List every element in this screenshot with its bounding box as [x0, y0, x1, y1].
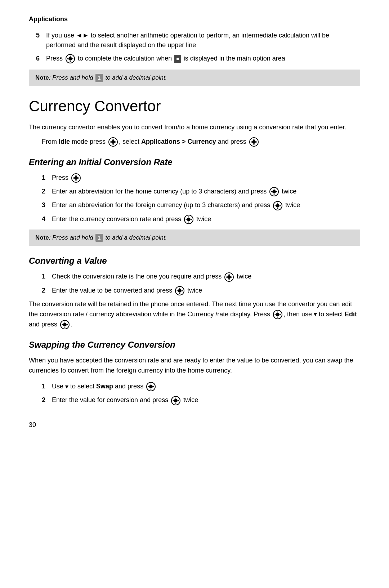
svg-point-9 — [115, 141, 116, 142]
svg-point-68 — [148, 386, 149, 387]
svg-point-56 — [274, 314, 276, 315]
intro-item-5-num: 5 — [36, 31, 46, 40]
nav-arrows-icon: ◄► — [76, 32, 89, 39]
section3-item-2: 2 Enter the value for conversion and pre… — [42, 395, 360, 405]
section1-item-2-num: 2 — [42, 187, 52, 196]
page-number: 30 — [29, 420, 360, 430]
section2-item-1-num: 1 — [42, 272, 52, 281]
svg-point-64 — [64, 322, 66, 323]
note-box-2: Note: Press and hold 1 to add a decimal … — [29, 230, 360, 246]
svg-point-3 — [72, 58, 73, 59]
svg-point-14 — [251, 141, 252, 142]
section3-item-1: 1 Use ▾ to select Swap and press — [42, 382, 360, 392]
svg-point-22 — [76, 175, 77, 176]
intro-item-5: 5 If you use ◄► to select another arithm… — [29, 31, 360, 50]
svg-point-37 — [187, 218, 191, 221]
section1-list: 1 Press 2 Enter an abbreviation for the … — [42, 173, 360, 224]
svg-point-70 — [151, 384, 152, 385]
svg-point-58 — [277, 312, 278, 313]
svg-point-59 — [277, 317, 278, 318]
svg-point-40 — [188, 216, 189, 217]
equals-icon: ■ — [174, 55, 181, 63]
svg-point-28 — [274, 189, 275, 190]
note-text-1: : Press and hold 1 to add a decimal poin… — [49, 74, 167, 81]
svg-point-7 — [111, 140, 115, 144]
section2-item-2: 2 Enter the value to be converted and pr… — [42, 286, 360, 296]
svg-point-43 — [227, 275, 231, 279]
nav-down-icon-2: ▾ — [65, 383, 68, 390]
svg-point-51 — [182, 290, 183, 291]
intro-list: 5 If you use ◄► to select another arithm… — [29, 31, 360, 64]
section3-title: Swapping the Currency Conversion — [29, 338, 360, 351]
section3-item-2-num: 2 — [42, 395, 52, 405]
section2-list: 1 Check the conversion rate is the one y… — [42, 272, 360, 296]
svg-point-53 — [179, 293, 180, 294]
section1-item-3-num: 3 — [42, 200, 52, 210]
svg-point-45 — [231, 276, 232, 277]
edit-bold: Edit — [345, 311, 357, 318]
swap-bold: Swap — [96, 383, 113, 390]
note-text-2: : Press and hold 1 to add a decimal poin… — [49, 234, 167, 241]
svg-point-11 — [113, 144, 114, 145]
note-box-1: Note: Press and hold 1 to add a decimal … — [29, 70, 360, 86]
ok-button-icon-1 — [65, 54, 75, 64]
svg-point-16 — [253, 139, 254, 140]
section3-item-2-text: Enter the value for conversion and press… — [52, 395, 360, 405]
svg-point-50 — [177, 290, 178, 291]
svg-point-49 — [178, 289, 182, 293]
note-label-1: Note — [35, 74, 49, 81]
section3-item-1-text: Use ▾ to select Swap and press — [52, 382, 360, 392]
svg-point-34 — [277, 202, 278, 204]
svg-point-39 — [191, 219, 192, 220]
section1-item-1-text: Press — [52, 173, 360, 183]
svg-point-20 — [73, 178, 74, 179]
svg-point-63 — [67, 324, 68, 325]
svg-point-77 — [175, 402, 176, 404]
section2-item-2-num: 2 — [42, 286, 52, 295]
ok-button-icon-8 — [224, 272, 234, 282]
svg-point-33 — [280, 205, 281, 206]
section1-item-4-num: 4 — [42, 214, 52, 224]
section3-intro: When you have accepted the conversion ra… — [29, 356, 360, 376]
svg-point-55 — [276, 313, 280, 316]
section1-item-4: 4 Enter the currency conversion rate and… — [42, 214, 360, 224]
ok-button-icon-6 — [273, 201, 283, 211]
intro-item-5-text: If you use ◄► to select another arithmet… — [46, 31, 360, 50]
key-1-box-1: 1 — [95, 74, 103, 82]
svg-point-74 — [173, 400, 174, 401]
svg-point-52 — [179, 288, 180, 289]
svg-point-61 — [63, 323, 67, 326]
section2-title: Converting a Value — [29, 254, 360, 267]
applications-header: Applications — [29, 14, 360, 24]
svg-point-17 — [253, 144, 254, 145]
access-info: From Idle mode press , select Applicatio… — [42, 137, 360, 147]
ok-button-icon-7 — [184, 214, 194, 224]
ok-button-icon-9 — [175, 286, 185, 296]
nav-down-icon: ▾ — [314, 311, 317, 318]
ok-button-icon-2 — [108, 137, 118, 147]
svg-point-27 — [276, 191, 277, 192]
svg-point-62 — [62, 324, 63, 325]
section1-item-3: 3 Enter an abbreviation for the foreign … — [42, 200, 360, 210]
svg-point-31 — [276, 204, 280, 208]
intro-paragraph: The currency convertor enables you to co… — [29, 122, 360, 133]
intro-item-6-num: 6 — [36, 54, 46, 63]
ok-button-icon-5 — [269, 187, 279, 197]
svg-point-35 — [277, 208, 278, 209]
page-title: Currency Convertor — [29, 95, 360, 117]
intro-item-6-text: Press to complete the calculation when ■… — [46, 54, 360, 64]
svg-point-26 — [271, 191, 272, 192]
svg-point-4 — [70, 56, 71, 57]
ok-button-icon-13 — [171, 396, 181, 406]
svg-point-8 — [110, 141, 111, 142]
svg-point-15 — [256, 141, 257, 142]
svg-point-19 — [74, 176, 78, 180]
apps-currency-bold: Applications > Currency — [141, 138, 216, 145]
svg-point-71 — [151, 389, 152, 390]
svg-point-57 — [280, 314, 281, 315]
section1-item-4-text: Enter the currency conversion rate and p… — [52, 214, 360, 224]
svg-point-41 — [188, 221, 189, 222]
svg-point-65 — [64, 327, 66, 328]
section2-body: The conversion rate will be retained in … — [29, 299, 360, 330]
svg-point-5 — [70, 61, 71, 62]
